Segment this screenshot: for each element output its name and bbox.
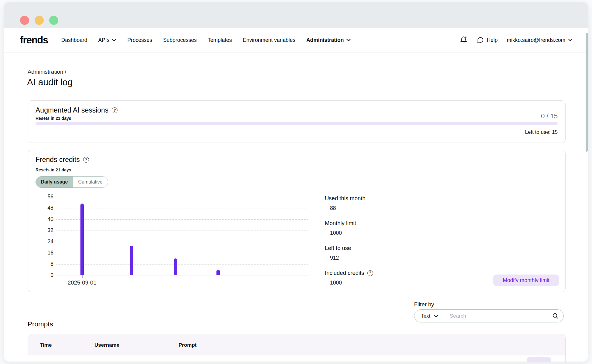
chevron-down-icon [346,39,351,42]
nav-item-templates[interactable]: Templates [208,37,232,43]
credits-reset-note: Resets in 21 days [36,167,71,172]
search-icon [552,313,559,319]
user-menu[interactable]: mikko.sairo@frends.com [507,37,573,43]
chart-gridline [56,242,308,242]
help-icon[interactable]: ? [83,157,89,163]
chart-ytick-label: 0 [28,272,53,278]
table-row [28,356,565,362]
window-titlebar [4,2,588,28]
filter-control: Text [414,309,564,322]
filter-by-label: Filter by [414,301,434,308]
notifications-button[interactable] [460,36,468,44]
credits-chart-ylabels: 08162432404856 [28,197,53,275]
sessions-usage-ratio: 0 / 15 [541,112,558,120]
sessions-card-title: Augmented AI sessions [36,106,108,114]
sessions-progress-bar [36,122,558,125]
stat-left-to-use: Left to use 912 [325,245,452,261]
main-navbar: frends Dashboard APIs Processes Subproce… [4,28,588,52]
chevron-down-icon [434,315,438,318]
chart-xtick [82,275,83,278]
column-header-time[interactable]: Time [28,342,94,348]
notification-dot [464,36,467,39]
column-header-prompt[interactable]: Prompt [179,342,565,348]
nav-item-environment-variables[interactable]: Environment variables [243,37,295,43]
chart-xtick-label: 2025-09-01 [58,279,106,286]
chart-ytick-label: 48 [28,205,53,211]
chart-ytick-label: 8 [28,261,53,267]
vertical-scrollbar[interactable] [586,33,588,152]
chart-gridline [56,197,308,197]
nav-item-apis[interactable]: APIs [98,37,116,43]
help-icon[interactable]: ? [367,270,373,276]
nav-item-administration[interactable]: Administration [306,37,351,43]
sessions-reset-note: Resets in 21 days [36,116,71,121]
nav-items: Dashboard APIs Processes Subprocesses Te… [61,37,351,43]
chart-gridline [56,253,308,253]
stat-included-credits: Included credits ? 1000 [325,270,452,286]
usage-view-toggle: Daily usage Cumulative [36,176,108,188]
help-icon[interactable]: ? [112,107,117,113]
filter-type-select[interactable]: Text [414,310,444,322]
nav-item-subprocesses[interactable]: Subprocesses [163,37,197,43]
tab-daily-usage[interactable]: Daily usage [36,177,73,187]
chart-ytick-label: 32 [28,227,53,234]
chevron-down-icon [568,39,573,42]
help-label: Help [487,37,498,43]
chart-ytick-label: 24 [28,238,53,245]
cutoff-button[interactable] [527,357,551,362]
prompts-table: Time Username Prompt [28,334,566,362]
chart-bar [174,258,177,275]
bell-icon [460,36,468,44]
chart-gridline [56,264,308,265]
chevron-down-icon [112,39,116,42]
modify-monthly-limit-button[interactable]: Modify monthly limit [493,275,559,286]
chart-ytick-label: 16 [28,250,53,256]
chart-gridline [56,219,308,220]
sessions-card: Augmented AI sessions ? Resets in 21 day… [28,100,566,143]
chart-bar [80,204,84,275]
navbar-right: Help mikko.sairo@frends.com [460,36,573,44]
zoom-window-button[interactable] [49,16,58,25]
search-input[interactable] [444,310,551,322]
chart-gridline [56,231,308,231]
frends-logo[interactable]: frends [20,34,48,46]
credits-card: Frends credits ? Resets in 21 days Daily… [28,150,566,292]
credits-stats: Used this month 88 Monthly limit 1000 Le… [325,195,452,295]
chart-bar [216,270,220,275]
page-title: AI audit log [27,77,73,87]
credits-chart-plot: 2025-09-01 [56,197,308,275]
stat-monthly-limit: Monthly limit 1000 [325,220,452,236]
chart-gridline [56,208,308,208]
search-button[interactable] [551,313,563,319]
prompts-table-header: Time Username Prompt [28,334,565,356]
chart-bar [130,246,133,275]
chart-ytick-label: 56 [28,194,53,200]
breadcrumb[interactable]: Administration / [28,69,66,75]
nav-item-processes[interactable]: Processes [127,37,152,43]
tab-cumulative[interactable]: Cumulative [73,177,108,187]
app-window: frends Dashboard APIs Processes Subproce… [4,2,588,362]
chart-ytick-label: 40 [28,216,53,222]
minimize-window-button[interactable] [35,16,44,25]
user-email: mikko.sairo@frends.com [507,37,565,43]
sessions-left-note: Left to use: 15 [525,129,558,135]
close-window-button[interactable] [20,16,29,25]
chat-bubble-icon [477,36,484,44]
prompts-title: Prompts [28,320,53,328]
help-button[interactable]: Help [477,36,498,44]
column-header-username[interactable]: Username [94,342,179,348]
credits-card-title: Frends credits [36,156,80,164]
stat-used-this-month: Used this month 88 [325,195,452,211]
nav-item-dashboard[interactable]: Dashboard [61,37,87,43]
